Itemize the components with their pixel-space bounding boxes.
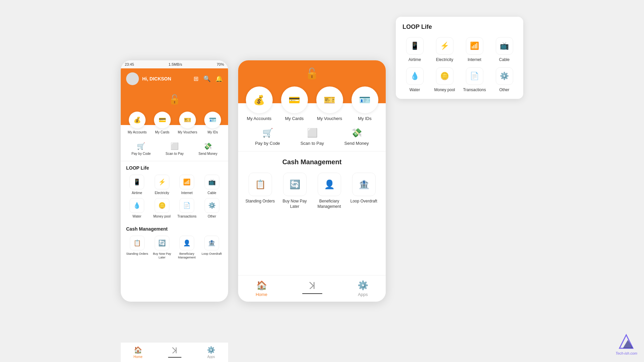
- large-send-money[interactable]: 💸 Send Money: [344, 128, 369, 146]
- header-icon-group: ⊞ 🔍 🔔: [194, 75, 223, 82]
- large-standing-orders[interactable]: 📋 Standing Orders: [245, 173, 275, 209]
- large-my-ids-icon: 🪪: [352, 86, 378, 113]
- airtime-icon: 📱: [129, 175, 144, 189]
- my-ids-icon: 🪪: [204, 112, 221, 128]
- panel-transactions-icon: 📄: [466, 67, 483, 85]
- large-bottom-nav: 🏠 Home ꓘ ⚙️ Apps: [238, 275, 386, 302]
- large-nav-apps-label: Apps: [358, 292, 368, 297]
- panel-money-pool-label: Money pool: [434, 87, 455, 92]
- large-my-accounts-icon: 💰: [246, 86, 273, 113]
- large-beneficiary[interactable]: 👤 Beneficiary Management: [314, 173, 344, 209]
- panel-other[interactable]: ⚙️ Other: [492, 67, 517, 92]
- money-pool-item[interactable]: 🪙 Money pool: [151, 198, 173, 218]
- loop-life-panel: LOOP Life 📱 Airtime ⚡ Electricity 📶 Inte…: [396, 17, 523, 99]
- panel-money-pool-icon: 🪙: [436, 67, 453, 85]
- watermark-logo: [616, 333, 636, 350]
- large-home-icon: 🏠: [256, 280, 267, 291]
- large-my-ids-label: My IDs: [358, 116, 371, 121]
- large-my-cards-item[interactable]: 💳 My Cards: [281, 86, 308, 121]
- panel-other-label: Other: [499, 87, 509, 92]
- panel-electricity-label: Electricity: [436, 57, 453, 62]
- notification-icon[interactable]: 🔔: [215, 75, 223, 82]
- pay-by-code-action[interactable]: 🛒 Pay by Code: [131, 142, 151, 156]
- panel-water[interactable]: 💧 Water: [402, 67, 427, 92]
- large-nav-apps[interactable]: ⚙️ Apps: [358, 280, 368, 297]
- loop-overdraft-icon: 🏦: [204, 236, 219, 250]
- phone-large: 🔓 💰 My Accounts 💳 My Cards 🎫 My Vouchers…: [238, 60, 386, 302]
- other-label: Other: [208, 215, 216, 218]
- electricity-label: Electricity: [155, 191, 169, 195]
- my-vouchers-item[interactable]: 🎫 My Vouchers: [178, 112, 197, 134]
- panel-cable[interactable]: 📺 Cable: [492, 37, 517, 62]
- large-quick-actions-row: 💰 My Accounts 💳 My Cards 🎫 My Vouchers 🪪…: [238, 86, 386, 121]
- search-icon[interactable]: 🔍: [203, 75, 211, 82]
- buy-now-item[interactable]: 🔄 Buy Now Pay Later: [151, 236, 173, 259]
- large-buy-now-icon: 🔄: [283, 173, 307, 196]
- internet-item[interactable]: 📶 Internet: [176, 175, 198, 195]
- greeting-text: Hi, DICKSON: [142, 76, 194, 81]
- large-loop-overdraft[interactable]: 🏦 Loop Overdraft: [348, 173, 379, 209]
- panel-electricity[interactable]: ⚡ Electricity: [432, 37, 457, 62]
- cable-item[interactable]: 📺 Cable: [201, 175, 223, 195]
- standing-orders-label: Standing Orders: [126, 252, 148, 256]
- buy-now-label: Buy Now Pay Later: [151, 252, 173, 259]
- money-pool-label: Money pool: [153, 215, 171, 218]
- panel-transactions[interactable]: 📄 Transactions: [462, 67, 487, 92]
- beneficiary-item[interactable]: 👤 Beneficiary Management: [176, 236, 198, 259]
- my-accounts-icon: 💰: [129, 112, 146, 128]
- time: 23:45: [125, 62, 134, 66]
- cable-label: Cable: [208, 191, 216, 195]
- other-item[interactable]: ⚙️ Other: [201, 198, 223, 218]
- my-vouchers-label: My Vouchers: [178, 130, 197, 134]
- send-money-action[interactable]: 💸 Send Money: [199, 142, 217, 156]
- transactions-item[interactable]: 📄 Transactions: [176, 198, 198, 218]
- status-bar: 23:45 1.5MB/s 70%: [121, 60, 228, 68]
- large-pay-by-code[interactable]: 🛒 Pay by Code: [255, 128, 280, 146]
- large-buy-now[interactable]: 🔄 Buy Now Pay Later: [279, 173, 310, 209]
- airtime-item[interactable]: 📱 Airtime: [126, 175, 148, 195]
- large-scan-to-pay[interactable]: ⬜ Scan to Pay: [301, 128, 324, 146]
- network-speed: 1.5MB/s: [169, 62, 182, 66]
- large-loop-nav-icon: ꓘ: [309, 280, 315, 291]
- large-action-bar: 🛒 Pay by Code ⬜ Scan to Pay 💸 Send Money: [238, 121, 386, 152]
- pay-by-code-label: Pay by Code: [131, 152, 151, 156]
- large-apps-icon: ⚙️: [358, 280, 368, 291]
- large-my-ids-item[interactable]: 🪪 My IDs: [352, 86, 378, 121]
- scan-to-pay-label: Scan to Pay: [166, 152, 184, 156]
- large-standing-orders-label: Standing Orders: [246, 199, 275, 204]
- my-accounts-item[interactable]: 💰 My Accounts: [128, 112, 147, 134]
- loop-panel-title: LOOP Life: [402, 23, 517, 31]
- electricity-item[interactable]: ⚡ Electricity: [151, 175, 173, 195]
- my-cards-item[interactable]: 💳 My Cards: [154, 112, 171, 134]
- beneficiary-label: Beneficiary Management: [176, 252, 198, 259]
- my-cards-icon: 💳: [154, 112, 171, 128]
- large-my-accounts-label: My Accounts: [247, 116, 272, 121]
- my-ids-label: My IDs: [208, 130, 218, 134]
- large-beneficiary-label: Beneficiary Management: [314, 199, 344, 209]
- watermark: Tech-ish.com: [615, 333, 637, 355]
- panel-airtime[interactable]: 📱 Airtime: [402, 37, 427, 62]
- my-ids-item[interactable]: 🪪 My IDs: [204, 112, 221, 134]
- large-my-vouchers-label: My Vouchers: [317, 116, 342, 121]
- loop-overdraft-item[interactable]: 🏦 Loop Overdraft: [201, 236, 223, 259]
- large-nav-middle[interactable]: ꓘ: [302, 280, 322, 297]
- large-lock-icon: 🔓: [245, 67, 379, 80]
- large-nav-home[interactable]: 🏠 Home: [256, 280, 267, 297]
- buy-now-icon: 🔄: [155, 236, 169, 250]
- svg-marker-1: [623, 340, 633, 348]
- quick-actions-row: 💰 My Accounts 💳 My Cards 🎫 My Vouchers 🪪…: [121, 112, 228, 134]
- panel-electricity-icon: ⚡: [436, 37, 453, 55]
- large-my-accounts-item[interactable]: 💰 My Accounts: [246, 86, 273, 121]
- transactions-label: Transactions: [177, 215, 197, 218]
- large-send-icon: 💸: [351, 128, 362, 138]
- large-my-vouchers-item[interactable]: 🎫 My Vouchers: [316, 86, 343, 121]
- my-vouchers-icon: 🎫: [179, 112, 196, 128]
- scan-to-pay-action[interactable]: ⬜ Scan to Pay: [166, 142, 184, 156]
- qr-icon[interactable]: ⊞: [194, 75, 199, 82]
- panel-internet[interactable]: 📶 Internet: [462, 37, 487, 62]
- panel-money-pool[interactable]: 🪙 Money pool: [432, 67, 457, 92]
- water-item[interactable]: 💧 Water: [126, 198, 148, 218]
- standing-orders-item[interactable]: 📋 Standing Orders: [126, 236, 148, 259]
- large-loop-overdraft-label: Loop Overdraft: [350, 199, 377, 204]
- panel-cable-icon: 📺: [496, 37, 513, 55]
